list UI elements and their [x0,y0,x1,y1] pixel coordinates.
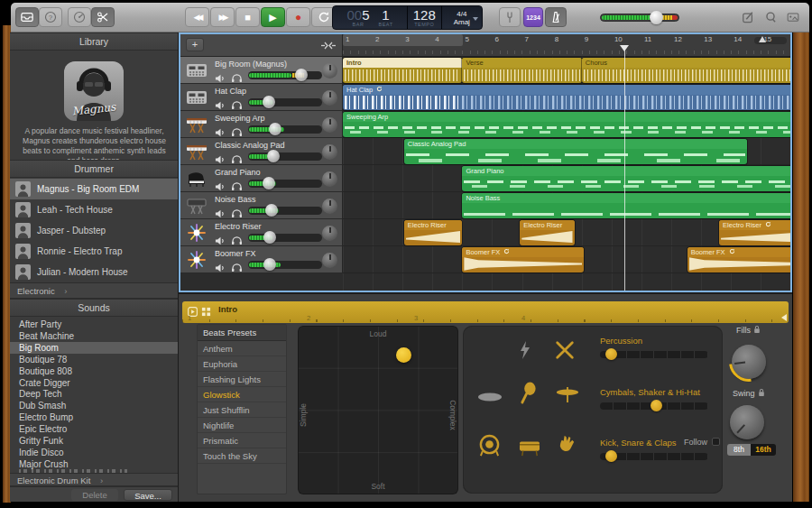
metronome-button[interactable] [545,7,567,27]
track-volume-slider[interactable] [248,180,322,188]
mute-button[interactable] [215,233,228,243]
lcd-display[interactable]: 005 BAR 1 BEAT 128 TEMPO 4/4 Amaj [332,5,483,30]
solo-button[interactable] [231,97,245,107]
region-hat-clap[interactable]: Hat Clap [343,85,790,110]
sounds-item-electro-bump[interactable]: Electro Bump [10,411,178,423]
track-volume-slider[interactable] [248,125,322,134]
drummer-item-jasper-dubstep[interactable]: Jasper - Dubstep [10,220,178,241]
record-button[interactable]: ● [286,7,310,27]
volume-thumb[interactable] [263,231,276,244]
hihat-icon[interactable] [555,385,580,404]
preset-just-shufflin[interactable]: Just Shufflin [198,402,286,418]
drummer-item-leah-tech-house[interactable]: Leah - Tech House [10,199,178,220]
genre-breadcrumb[interactable]: Electronic › [10,282,178,299]
solo-button[interactable] [231,206,245,216]
pan-knob[interactable] [322,226,337,241]
pan-knob[interactable] [322,171,337,187]
cymbals-knob[interactable] [651,400,662,411]
tuning-fork-button[interactable] [499,7,521,27]
region-electro-riser[interactable]: Electro Riser [719,220,790,245]
rate-8th-button[interactable]: 8th [727,444,751,456]
region-chorus[interactable]: Chorus [582,58,790,83]
sounds-item-beat-machine[interactable]: Beat Machine [10,330,178,342]
region-sweeping-arp[interactable]: Sweeping Arp [343,112,790,137]
region-electro-riser[interactable]: Electro Riser [520,220,574,245]
pan-knob[interactable] [322,144,337,160]
track-header-grand-piano[interactable]: Grand Piano [180,165,343,192]
forward-button[interactable]: ▶▶ [210,7,235,27]
mute-button[interactable] [215,179,228,189]
shaker-icon[interactable] [519,382,538,404]
rewind-button[interactable]: ◀◀ [185,7,209,27]
track-volume-slider[interactable] [248,207,322,215]
track-volume-slider[interactable] [248,71,322,79]
volume-thumb[interactable] [650,11,663,24]
volume-thumb[interactable] [267,150,280,162]
mute-button[interactable] [215,125,228,134]
preset-anthem[interactable]: Anthem [198,341,286,356]
sounds-item-major-crush[interactable]: Major Crush [10,458,178,470]
track-header-boomer-fx[interactable]: Boomer FX [180,246,343,273]
mute-button[interactable] [215,152,228,162]
pan-knob[interactable] [322,117,337,133]
clap-hand-icon[interactable] [557,434,577,457]
volume-thumb[interactable] [263,258,276,271]
track-header-collapse-icon[interactable] [320,39,337,51]
solo-button[interactable] [231,179,245,189]
stop-button[interactable]: ■ [235,7,260,27]
drummer-item-julian-modern-house[interactable]: Julian - Modern House [10,262,178,282]
track-volume-slider[interactable] [248,152,322,161]
sounds-item-epic-electro[interactable]: Epic Electro [10,423,178,435]
mute-button[interactable] [215,260,228,270]
sounds-item-big-room[interactable]: Big Room [10,342,178,354]
cymbals-slider[interactable] [600,402,708,410]
drummer-item-magnus-big-room-edm[interactable]: Magnus - Big Room EDM [10,179,178,199]
lightning-icon[interactable] [517,340,533,360]
region-grid-icon[interactable] [201,304,211,320]
region-electro-riser[interactable]: Electro Riser [404,220,463,245]
lock-icon[interactable] [753,325,761,336]
timeline-ruler[interactable]: 123456789101112131415 [343,34,790,57]
pan-knob[interactable] [322,253,337,268]
solo-button[interactable] [231,260,245,270]
region-boomer-fx[interactable]: Boomer FX [462,247,584,272]
track-volume-slider[interactable] [248,234,322,242]
kick-snare-knob[interactable] [605,450,617,462]
preset-euphoria[interactable]: Euphoria [198,356,286,372]
track-header-electro-riser[interactable]: Electro Riser [180,219,343,246]
preset-prismatic[interactable]: Prismatic [198,433,286,448]
solo-button[interactable] [231,152,245,162]
sounds-item-after-party[interactable]: After Party [10,319,178,330]
master-volume-slider[interactable] [600,14,679,22]
solo-button[interactable] [231,233,245,243]
drummer-item-ronnie-electro-trap[interactable]: Ronnie - Electro Trap [10,241,178,262]
pan-knob[interactable] [322,90,337,106]
preset-nightlife[interactable]: Nightlife [198,418,286,433]
track-volume-slider[interactable] [248,261,322,269]
sounds-item-indie-disco[interactable]: Indie Disco [10,447,178,458]
sounds-item-deep-tech[interactable]: Deep Tech [10,388,178,400]
region-grand-piano[interactable]: Grand Piano [462,166,790,191]
kick-snare-slider[interactable] [600,453,708,460]
kick-drum-icon[interactable] [478,434,501,457]
add-track-button[interactable]: + [186,38,204,51]
track-header-sweeping-arp[interactable]: Sweeping Arp [180,111,343,138]
preset-glowstick[interactable]: Glowstick [198,387,286,402]
volume-thumb[interactable] [269,123,281,135]
editor-region-bar[interactable]: Intro 1234 [182,301,789,323]
media-browser-button[interactable] [782,7,804,27]
pan-knob[interactable] [322,63,337,79]
region-intro[interactable]: Intro [343,58,462,83]
region-boomer-fx[interactable]: Boomer FX [687,247,790,272]
track-header-hat-clap[interactable]: Hat Clap [180,84,343,111]
preset-touch-the-sky[interactable]: Touch the Sky [198,448,286,464]
kit-breadcrumb[interactable]: Electronic Drum Kit › [10,473,178,486]
region-classic-analog-pad[interactable]: Classic Analog Pad [404,139,748,164]
follow-checkbox[interactable] [712,438,720,446]
sounds-item-gritty-funk[interactable]: Gritty Funk [10,435,178,447]
save-button[interactable]: Save... [124,489,172,501]
fills-knob[interactable] [732,345,766,379]
sounds-item-dub-smash[interactable]: Dub Smash [10,400,178,411]
region-verse[interactable]: Verse [462,58,581,83]
percussion-knob[interactable] [605,348,617,360]
